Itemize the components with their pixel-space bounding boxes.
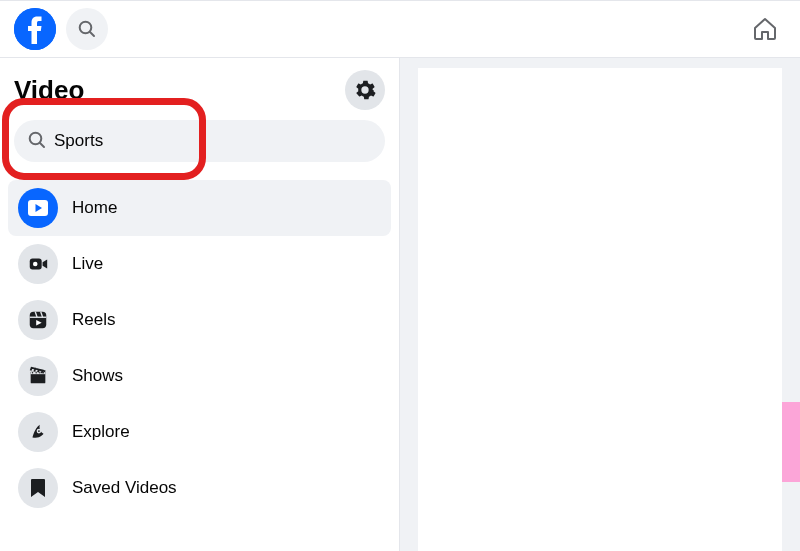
sidebar-item-reels[interactable]: Reels: [8, 292, 391, 348]
video-sidebar: Video: [0, 58, 400, 551]
search-icon: [28, 131, 46, 149]
sidebar-item-label: Explore: [72, 422, 130, 442]
svg-point-16: [39, 372, 40, 373]
main-content-area: [400, 58, 800, 551]
sidebar-item-label: Live: [72, 254, 103, 274]
facebook-logo-icon: [14, 8, 56, 50]
top-bar: [0, 0, 800, 58]
sidebar-item-home[interactable]: Home: [8, 180, 391, 236]
sidebar-item-saved-videos[interactable]: Saved Videos: [8, 460, 391, 516]
svg-point-15: [35, 372, 36, 373]
svg-point-7: [33, 262, 38, 267]
sidebar-item-label: Shows: [72, 366, 123, 386]
page-title: Video: [14, 75, 84, 106]
gear-icon: [354, 79, 376, 101]
reels-icon: [18, 300, 58, 340]
sidebar-item-explore[interactable]: Explore: [8, 404, 391, 460]
video-home-icon: [18, 188, 58, 228]
home-icon: [752, 16, 778, 42]
svg-point-17: [43, 372, 44, 373]
sidebar-item-label: Reels: [72, 310, 115, 330]
svg-rect-8: [30, 312, 47, 329]
global-search-button[interactable]: [66, 8, 108, 50]
live-icon: [18, 244, 58, 284]
facebook-logo[interactable]: [14, 8, 56, 50]
settings-button[interactable]: [345, 70, 385, 110]
explore-icon: [18, 412, 58, 452]
video-search-input[interactable]: [14, 120, 385, 162]
bookmark-icon: [18, 468, 58, 508]
sidebar-item-shows[interactable]: Shows: [8, 348, 391, 404]
sidebar-item-live[interactable]: Live: [8, 236, 391, 292]
svg-line-2: [90, 32, 94, 36]
svg-line-4: [40, 143, 44, 147]
shows-icon: [18, 356, 58, 396]
svg-point-14: [32, 372, 33, 373]
video-nav-list: Home Live: [8, 176, 391, 516]
svg-point-19: [38, 430, 40, 432]
home-nav-button[interactable]: [744, 8, 786, 50]
sidebar-item-label: Saved Videos: [72, 478, 177, 498]
content-placeholder: [418, 68, 782, 551]
search-icon: [78, 20, 96, 38]
sidebar-item-label: Home: [72, 198, 117, 218]
decorative-strip: [782, 402, 800, 482]
